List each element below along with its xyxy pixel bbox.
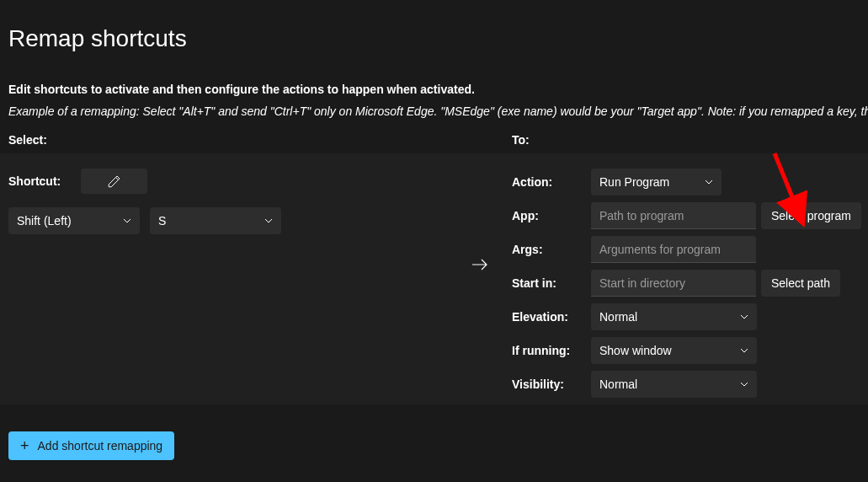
args-label: Args: bbox=[512, 243, 591, 256]
ifrunning-dropdown[interactable]: Show window bbox=[591, 337, 757, 364]
chevron-down-icon bbox=[264, 217, 273, 225]
visibility-value: Normal bbox=[599, 378, 637, 391]
elevation-label: Elevation: bbox=[512, 310, 591, 324]
chevron-down-icon bbox=[740, 313, 748, 321]
key1-dropdown[interactable]: Shift (Left) bbox=[8, 207, 140, 234]
chevron-down-icon bbox=[705, 178, 713, 186]
elevation-dropdown[interactable]: Normal bbox=[591, 303, 757, 330]
target-column: Action: Run Program App: Select program … bbox=[505, 153, 868, 404]
key2-dropdown[interactable]: S bbox=[150, 207, 281, 234]
to-header: To: bbox=[512, 133, 530, 147]
action-value: Run Program bbox=[599, 175, 669, 189]
app-path-input[interactable] bbox=[591, 202, 756, 229]
startin-input[interactable] bbox=[591, 270, 756, 297]
chevron-down-icon bbox=[740, 346, 748, 355]
action-dropdown[interactable]: Run Program bbox=[591, 169, 722, 195]
arrow-column bbox=[455, 153, 505, 275]
select-program-button[interactable]: Select program bbox=[761, 202, 861, 229]
example-text: Example of a remapping: Select "Alt+T" a… bbox=[0, 96, 868, 118]
mapping-row: Shortcut: Shift (Left) S bbox=[0, 153, 868, 404]
shortcut-label: Shortcut: bbox=[8, 174, 81, 188]
key2-value: S bbox=[158, 214, 166, 228]
visibility-label: Visibility: bbox=[512, 378, 591, 391]
args-input[interactable] bbox=[591, 236, 756, 263]
ifrunning-value: Show window bbox=[599, 344, 672, 357]
action-label: Action: bbox=[512, 175, 591, 189]
key1-value: Shift (Left) bbox=[17, 214, 72, 228]
source-column: Shortcut: Shift (Left) S bbox=[0, 153, 455, 234]
page-title: Remap shortcuts bbox=[0, 0, 868, 52]
add-shortcut-remapping-button[interactable]: + Add shortcut remapping bbox=[8, 431, 174, 460]
pencil-icon bbox=[107, 174, 122, 189]
edit-shortcut-button[interactable] bbox=[81, 169, 147, 194]
select-path-button[interactable]: Select path bbox=[761, 270, 840, 297]
ifrunning-label: If running: bbox=[512, 344, 591, 357]
add-button-label: Add shortcut remapping bbox=[38, 439, 163, 453]
startin-label: Start in: bbox=[512, 276, 591, 290]
arrow-right-icon bbox=[470, 254, 490, 275]
elevation-value: Normal bbox=[599, 310, 637, 324]
chevron-down-icon bbox=[740, 380, 748, 388]
plus-icon: + bbox=[20, 438, 29, 453]
app-label: App: bbox=[512, 209, 591, 222]
instructions-text: Edit shortcuts to activate and then conf… bbox=[0, 52, 868, 96]
chevron-down-icon bbox=[123, 217, 131, 225]
select-header: Select: bbox=[8, 133, 512, 147]
visibility-dropdown[interactable]: Normal bbox=[591, 371, 757, 398]
